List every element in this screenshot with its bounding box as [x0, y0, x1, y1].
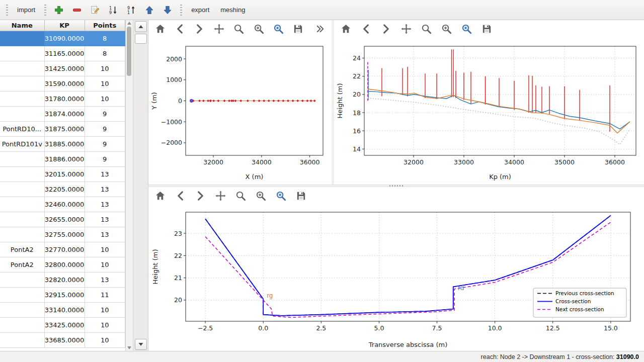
kp-cell[interactable]: 31165.0000: [44, 46, 85, 61]
kp-cell[interactable]: 33685.0000: [44, 332, 85, 347]
points-cell[interactable]: 13: [85, 272, 125, 287]
import-button[interactable]: import: [13, 4, 39, 16]
points-cell[interactable]: 13: [85, 227, 125, 242]
kp-cell[interactable]: 31875.0000: [44, 121, 85, 136]
name-cell[interactable]: [0, 287, 44, 302]
name-cell[interactable]: [0, 302, 44, 317]
name-cell[interactable]: PontRD10...: [0, 121, 44, 136]
points-cell[interactable]: 10: [85, 242, 125, 257]
table-row[interactable]: 33140.000010: [0, 302, 125, 317]
kp-cell[interactable]: 32015.0000: [44, 166, 85, 182]
table-row[interactable]: 31165.00008: [0, 46, 125, 61]
points-cell[interactable]: 9: [85, 121, 125, 136]
name-cell[interactable]: [0, 31, 44, 46]
move-up-button[interactable]: [142, 3, 157, 18]
name-cell[interactable]: PontA2: [0, 242, 44, 257]
kp-cell[interactable]: 31590.0000: [44, 76, 85, 91]
name-cell[interactable]: [0, 76, 44, 91]
points-cell[interactable]: 13: [85, 212, 125, 227]
points-cell[interactable]: 10: [85, 91, 125, 106]
cross-section-chart-canvas[interactable]: −2.50.02.55.07.510.012.515.020212223Tran…: [150, 204, 641, 351]
column-header-kp[interactable]: KP: [44, 20, 85, 31]
zoom-icon[interactable]: [234, 189, 248, 203]
kp-cell[interactable]: 31425.0000: [44, 61, 85, 76]
scrollbar-thumb[interactable]: [127, 27, 131, 76]
toolbar-drag-handle[interactable]: [44, 5, 46, 16]
back-icon[interactable]: [174, 189, 187, 203]
forward-icon[interactable]: [379, 22, 393, 36]
pan-icon[interactable]: [213, 22, 226, 36]
points-cell[interactable]: 10: [85, 61, 125, 76]
kp-cell[interactable]: 32800.0000: [44, 257, 85, 272]
points-cell[interactable]: 13: [85, 197, 125, 212]
toolbar-overflow-icon[interactable]: [313, 22, 327, 36]
name-cell[interactable]: [0, 212, 44, 227]
name-cell[interactable]: [0, 91, 44, 106]
forward-icon[interactable]: [193, 22, 206, 36]
kp-cell[interactable]: 31885.0000: [44, 136, 85, 151]
points-cell[interactable]: 9: [85, 151, 125, 166]
horizontal-splitter[interactable]: [148, 185, 644, 187]
table-row[interactable]: 31425.000010: [0, 61, 125, 76]
subplots-icon[interactable]: [254, 189, 268, 203]
table-row[interactable]: 31874.00009: [0, 106, 125, 121]
points-cell[interactable]: 9: [85, 136, 125, 151]
table-row[interactable]: 32205.000013: [0, 182, 125, 197]
toolbar-drag-handle[interactable]: [6, 5, 8, 16]
points-cell[interactable]: 8: [85, 46, 125, 61]
edit-cross-section-button[interactable]: [88, 3, 103, 18]
table-row[interactable]: 31590.000010: [0, 76, 125, 91]
name-cell[interactable]: [0, 151, 44, 166]
column-header-points[interactable]: Points: [85, 20, 125, 31]
sort-descending-button[interactable]: 91: [124, 3, 139, 18]
points-cell[interactable]: 13: [85, 166, 125, 182]
settings-icon[interactable]: [460, 22, 473, 36]
home-icon[interactable]: [339, 22, 353, 36]
name-cell[interactable]: PontRD101v: [0, 136, 44, 151]
save-icon[interactable]: [480, 22, 494, 36]
points-cell[interactable]: 10: [85, 332, 125, 347]
name-cell[interactable]: [0, 182, 44, 197]
kp-cell[interactable]: 33140.0000: [44, 302, 85, 317]
subplots-icon[interactable]: [252, 22, 265, 36]
kp-cell[interactable]: 32770.0000: [44, 242, 85, 257]
table-row[interactable]: PontRD101v31885.00009: [0, 136, 125, 151]
name-cell[interactable]: [0, 332, 44, 347]
table-scrollbar[interactable]: [126, 20, 133, 351]
back-icon[interactable]: [359, 22, 373, 36]
points-cell[interactable]: 10: [85, 302, 125, 317]
kp-cell[interactable]: 32915.0000: [44, 287, 85, 302]
table-row[interactable]: PontA232800.000010: [0, 257, 125, 272]
zoom-icon[interactable]: [232, 22, 246, 36]
scrollbar-down-icon[interactable]: [127, 346, 131, 349]
meshing-button[interactable]: meshing: [216, 4, 249, 16]
table-row[interactable]: 31090.00008: [0, 31, 125, 46]
points-cell[interactable]: 8: [85, 31, 125, 46]
subplots-icon[interactable]: [440, 22, 453, 36]
table-row[interactable]: 32015.000013: [0, 166, 125, 182]
points-cell[interactable]: 13: [85, 182, 125, 197]
move-down-button[interactable]: [160, 3, 175, 18]
export-button[interactable]: export: [187, 4, 213, 16]
home-icon[interactable]: [153, 189, 167, 203]
scroll-down-button[interactable]: [135, 339, 147, 350]
table-row[interactable]: 33685.000010: [0, 332, 125, 347]
remove-cross-section-button[interactable]: [69, 3, 85, 18]
points-cell[interactable]: 10: [85, 257, 125, 272]
pan-icon[interactable]: [399, 22, 413, 36]
table-row[interactable]: 32655.000013: [0, 212, 125, 227]
kp-cell[interactable]: 32755.0000: [44, 227, 85, 242]
back-icon[interactable]: [173, 22, 186, 36]
name-cell[interactable]: [0, 317, 44, 332]
points-cell[interactable]: 9: [85, 106, 125, 121]
table-row[interactable]: 32460.000013: [0, 197, 125, 212]
table-row[interactable]: 32755.000013: [0, 227, 125, 242]
points-cell[interactable]: 11: [85, 287, 125, 302]
zoom-icon[interactable]: [420, 22, 433, 36]
kp-cell[interactable]: 31886.0000: [44, 151, 85, 166]
kp-cell[interactable]: 32205.0000: [44, 182, 85, 197]
scrollbar-up-icon[interactable]: [127, 22, 131, 25]
add-cross-section-button[interactable]: [51, 3, 66, 18]
name-cell[interactable]: [0, 166, 44, 182]
kp-cell[interactable]: 33425.0000: [44, 317, 85, 332]
